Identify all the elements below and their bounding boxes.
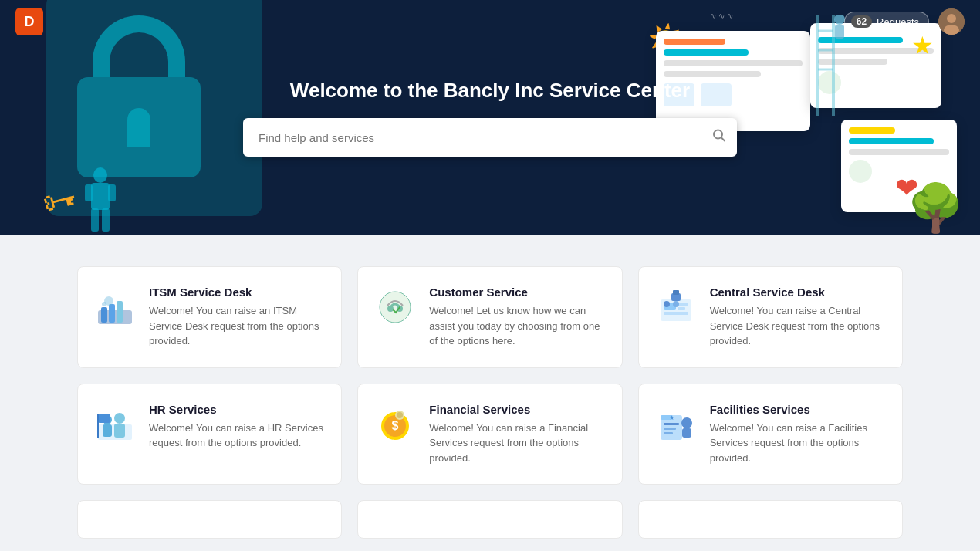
services-grid: ITSM Service Desk Welcome! You can raise… (77, 266, 903, 485)
svg-point-34 (664, 301, 670, 307)
service-card-itsm[interactable]: ITSM Service Desk Welcome! You can raise… (77, 266, 342, 368)
service-title-facilities: Facilities Services (710, 403, 887, 416)
svg-point-53 (681, 417, 692, 428)
service-desc-hr: Welcome! You can raise a HR Services req… (149, 421, 326, 451)
service-icon-central (654, 286, 698, 329)
service-card-partial-3[interactable] (638, 500, 903, 539)
app-logo[interactable]: D (15, 8, 43, 35)
service-title-financial: Financial Services (429, 403, 606, 416)
svg-line-17 (721, 137, 725, 141)
hero-title: Welcome to the Bancly Inc Service Center (290, 79, 690, 103)
person-left (77, 166, 123, 235)
main-content: ITSM Service Desk Welcome! You can raise… (0, 235, 980, 551)
svg-point-24 (380, 292, 411, 323)
service-title-central: Central Service Desk (710, 286, 887, 299)
svg-text:★: ★ (668, 414, 674, 421)
svg-rect-19 (101, 307, 107, 323)
service-text-facilities: Facilities Services Welcome! You can rai… (710, 403, 887, 466)
service-icon-hr (93, 403, 137, 446)
lock-body (77, 77, 201, 177)
service-card-financial[interactable]: $ Financial Services Welcome! You can ra… (357, 384, 622, 485)
service-card-hr[interactable]: HR Services Welcome! You can raise a HR … (77, 384, 342, 485)
svg-rect-51 (664, 428, 676, 430)
svg-point-47 (397, 412, 403, 418)
service-desc-facilities: Welcome! You can raise a Facilities Serv… (710, 421, 887, 466)
service-title-hr: HR Services (149, 403, 326, 416)
svg-point-25 (387, 306, 394, 312)
service-title-customer: Customer Service (429, 286, 606, 299)
svg-point-23 (102, 302, 106, 306)
service-text-central: Central Service Desk Welcome! You can ra… (710, 286, 887, 349)
service-text-customer: Customer Service Welcome! Let us know ho… (429, 286, 606, 349)
svg-rect-8 (102, 208, 110, 232)
search-bar-container (243, 118, 737, 157)
search-icon (712, 129, 726, 143)
svg-rect-7 (91, 208, 99, 232)
svg-rect-5 (85, 184, 93, 201)
svg-rect-20 (109, 304, 115, 323)
service-card-partial-1[interactable] (77, 500, 342, 539)
service-card-partial-2[interactable] (357, 500, 622, 539)
service-title-itsm: ITSM Service Desk (149, 286, 326, 299)
svg-rect-50 (664, 423, 679, 425)
svg-rect-33 (673, 290, 679, 295)
svg-point-35 (673, 301, 679, 307)
svg-rect-29 (678, 303, 688, 306)
svg-rect-40 (114, 424, 125, 438)
search-input[interactable] (243, 118, 737, 157)
service-text-itsm: ITSM Service Desk Welcome! You can raise… (149, 286, 326, 349)
service-icon-financial: $ (373, 403, 417, 446)
svg-rect-41 (98, 414, 110, 423)
avatar[interactable] (938, 8, 965, 35)
svg-rect-21 (117, 301, 123, 323)
services-grid-bottom (77, 500, 903, 539)
svg-text:$: $ (392, 419, 399, 432)
service-text-hr: HR Services Welcome! You can raise a HR … (149, 403, 326, 451)
search-button[interactable] (712, 129, 726, 147)
requests-count: 62 (851, 15, 872, 28)
svg-rect-31 (664, 312, 688, 315)
service-card-customer[interactable]: Customer Service Welcome! Let us know ho… (357, 266, 622, 368)
svg-rect-30 (678, 307, 685, 310)
service-icon-facilities: ★ (654, 403, 698, 446)
svg-rect-54 (682, 428, 691, 438)
service-desc-financial: Welcome! You can raise a Financial Servi… (429, 421, 606, 466)
hero-banner: D 62 Requests (0, 0, 980, 235)
requests-label: Requests (877, 16, 919, 28)
service-card-central[interactable]: Central Service Desk Welcome! You can ra… (638, 266, 903, 368)
topbar-right: 62 Requests (844, 8, 965, 35)
service-desc-central: Welcome! You can raise a Central Service… (710, 303, 887, 349)
svg-rect-38 (103, 424, 112, 437)
topbar: D 62 Requests (0, 0, 980, 43)
svg-rect-4 (91, 183, 110, 210)
service-text-financial: Financial Services Welcome! You can rais… (429, 403, 606, 466)
service-icon-customer (373, 286, 417, 329)
lock-keyhole (127, 108, 150, 147)
service-card-facilities[interactable]: ★ Facilities Services Welcome! You can r… (638, 384, 903, 485)
svg-point-1 (947, 14, 956, 23)
svg-rect-6 (108, 184, 116, 201)
avatar-image (938, 8, 965, 35)
service-icon-itsm (93, 286, 137, 329)
service-desc-customer: Welcome! Let us know how we can assist y… (429, 303, 606, 349)
svg-rect-52 (664, 432, 673, 434)
svg-point-3 (93, 167, 107, 183)
svg-point-39 (114, 413, 125, 424)
requests-button[interactable]: 62 Requests (844, 12, 929, 32)
service-desc-itsm: Welcome! You can raise an ITSM Service D… (149, 303, 326, 349)
